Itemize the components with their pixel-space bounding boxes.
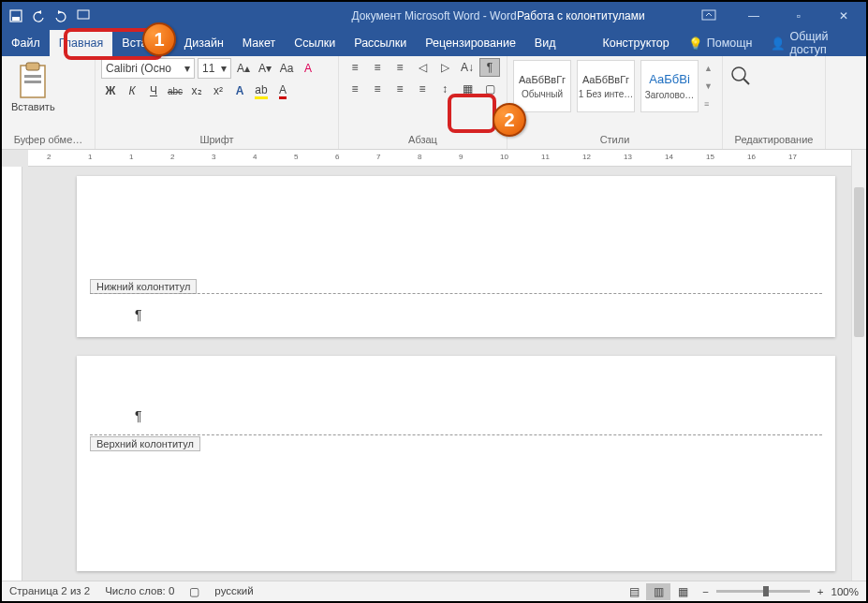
tab-file[interactable]: Файл [2,30,50,56]
tab-mailings[interactable]: Рассылки [345,30,416,56]
multilevel-icon[interactable]: ≡ [390,58,410,77]
annotation-callout-1: 1 [142,22,176,56]
pilcrow-button[interactable]: ¶ [479,58,500,77]
status-page[interactable]: Страница 2 из 2 [9,585,90,598]
decrease-font-icon[interactable]: A▾ [256,59,274,78]
font-size-combo[interactable]: 11▾ [198,58,231,79]
group-label-editing: Редактирование [728,132,819,149]
tab-view[interactable]: Вид [525,30,566,56]
print-layout-icon[interactable]: ▥ [646,583,670,600]
tell-me-label: Помощн [707,37,753,50]
pilcrow-mark: ¶ [135,307,142,322]
minimize-icon[interactable]: — [735,9,772,22]
group-label-paragraph: Абзац [345,132,501,149]
zoom-thumb[interactable] [763,586,769,596]
superscript-button[interactable]: x² [209,81,228,100]
style-nospacing[interactable]: АаБбВвГг 1 Без инте… [577,60,635,112]
italic-button[interactable]: К [123,81,141,100]
header-boundary [90,434,822,435]
align-left-icon[interactable]: ≡ [345,80,365,98]
undo-icon[interactable] [32,9,45,22]
view-buttons: ▤ ▥ ▦ [622,583,695,600]
scrollbar-thumb[interactable] [854,187,864,337]
svg-rect-1 [12,17,20,21]
vertical-ruler[interactable] [2,167,22,581]
close-icon[interactable]: ✕ [825,9,862,22]
paste-button[interactable]: Вставить [7,58,59,116]
clear-formatting-icon[interactable]: A [299,59,317,78]
underline-button[interactable]: Ч [144,81,163,100]
borders-icon[interactable]: ▢ [479,80,500,98]
change-case-icon[interactable]: Aa [277,59,296,78]
increase-font-icon[interactable]: A▴ [234,59,253,78]
style-normal[interactable]: АаБбВвГг Обычный [513,60,571,112]
header-label-tag[interactable]: Верхний колонтитул [90,436,200,451]
ribbon-options-icon[interactable] [690,9,728,23]
page-1[interactable]: Нижний колонтитул ¶ [77,176,835,337]
shading-icon[interactable]: ▦ [457,80,478,98]
indent-icon[interactable]: ▷ [434,58,455,77]
qat-more-icon[interactable] [77,9,90,22]
redo-icon[interactable] [54,9,67,22]
tab-references[interactable]: Ссылки [285,30,345,56]
align-right-icon[interactable]: ≡ [390,80,410,98]
align-center-icon[interactable]: ≡ [367,80,388,98]
style-gallery[interactable]: АаБбВвГг Обычный АаБбВвГг 1 Без инте… Аа… [513,58,717,114]
zoom-in-icon[interactable]: + [817,586,824,597]
zoom-slider[interactable] [716,590,810,593]
maximize-icon[interactable]: ▫ [780,9,817,22]
status-words[interactable]: Число слов: 0 [105,585,174,598]
group-label-clipboard: Буфер обме… [7,132,89,149]
font-color-icon[interactable]: A [273,81,292,100]
tab-home[interactable]: Главная [50,30,113,56]
tab-design[interactable]: Дизайн [175,30,233,56]
justify-icon[interactable]: ≡ [412,80,433,98]
outdent-icon[interactable]: ◁ [412,58,433,77]
status-language[interactable]: русский [214,585,253,598]
font-size-value: 11 [202,62,214,75]
share-label: Общий доступ [789,30,857,56]
tab-constructor[interactable]: Конструктор [593,30,678,56]
svg-rect-3 [702,10,715,20]
read-mode-icon[interactable]: ▤ [622,583,646,600]
web-layout-icon[interactable]: ▦ [670,583,695,600]
share-button[interactable]: 👤 Общий доступ [761,30,866,56]
strike-button[interactable]: abc [166,81,184,100]
tab-layout[interactable]: Макет [233,30,285,56]
footer-boundary [90,293,822,294]
document-title: Документ Microsoft Word - Word [351,9,516,22]
horizontal-ruler[interactable]: 211234567891011121314151617 [28,150,851,167]
font-name-combo[interactable]: Calibri (Осно▾ [101,58,195,79]
save-icon[interactable] [9,9,22,22]
styles-down-icon[interactable]: ▼ [704,81,717,91]
group-editing: Редактирование [723,56,826,149]
text-effects-icon[interactable]: A [230,81,249,100]
group-paragraph: ≡ ≡ ≡ ◁ ▷ A↓ ¶ ≡ ≡ ≡ ≡ ↕ ▦ ▢ Абзац [339,56,508,149]
footer-label-tag[interactable]: Нижний колонтитул [90,279,197,294]
status-proofing-icon[interactable]: ▢ [189,585,199,598]
zoom-out-icon[interactable]: − [702,586,709,597]
clipboard-icon [17,62,49,99]
styles-up-icon[interactable]: ▲ [704,64,717,73]
numbering-icon[interactable]: ≡ [367,58,388,77]
highlight-icon[interactable]: ab [252,81,271,100]
group-label-styles: Стили [513,132,716,149]
tab-review[interactable]: Рецензирование [416,30,525,56]
annotation-callout-2: 2 [493,103,526,137]
quick-access-toolbar [2,9,97,22]
style-heading1[interactable]: АаБбВі Заголово… [640,60,699,112]
line-spacing-icon[interactable]: ↕ [434,80,455,98]
bold-button[interactable]: Ж [101,81,120,100]
find-icon[interactable] [728,64,755,90]
zoom-level[interactable]: 100% [831,586,859,597]
styles-more-icon[interactable]: ≡ [704,99,717,109]
page-2[interactable]: ¶ Верхний колонтитул [77,356,835,571]
ribbon: Вставить Буфер обме… Calibri (Осно▾ 11▾ … [2,56,866,150]
bullets-icon[interactable]: ≡ [345,58,365,77]
subscript-button[interactable]: x₂ [187,81,206,100]
lightbulb-icon: 💡 [688,37,703,51]
sort-icon[interactable]: A↓ [457,58,478,77]
vertical-scrollbar[interactable] [851,150,866,581]
document-area[interactable]: Нижний колонтитул ¶ ¶ Верхний колонтитул [22,167,851,581]
tell-me[interactable]: 💡 Помощн [679,30,762,56]
